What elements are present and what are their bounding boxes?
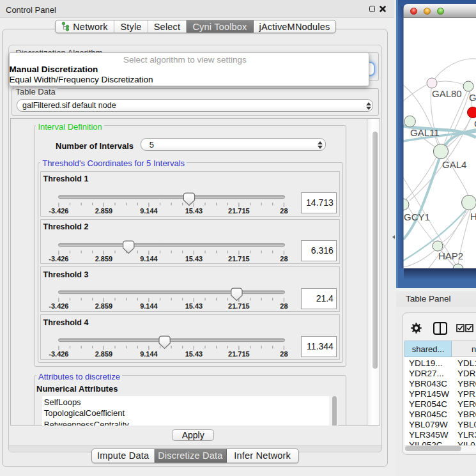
- svg-text:H: H: [470, 211, 476, 222]
- svg-text:28: 28: [280, 350, 288, 358]
- svg-text:21.715: 21.715: [228, 254, 250, 262]
- svg-text:-3.426: -3.426: [49, 254, 68, 262]
- svg-text:15.43: 15.43: [185, 350, 203, 358]
- svg-text:GCY1: GCY1: [404, 211, 430, 222]
- svg-text:21.715: 21.715: [228, 302, 250, 310]
- svg-text:9.144: 9.144: [140, 254, 158, 262]
- svg-text:-3.426: -3.426: [49, 350, 68, 358]
- svg-text:-3.426: -3.426: [49, 206, 68, 214]
- svg-text:2.859: 2.859: [95, 206, 113, 214]
- svg-text:2.859: 2.859: [95, 350, 113, 358]
- svg-text:HAP2: HAP2: [438, 250, 463, 261]
- svg-text:15.43: 15.43: [185, 206, 203, 214]
- svg-text:2.859: 2.859: [95, 302, 113, 310]
- svg-text:21.715: 21.715: [228, 206, 250, 214]
- svg-text:28: 28: [280, 206, 288, 214]
- svg-text:9.144: 9.144: [140, 302, 158, 310]
- svg-text:9.144: 9.144: [140, 206, 158, 214]
- svg-text:GA: GA: [469, 92, 476, 103]
- svg-text:9.144: 9.144: [140, 350, 158, 358]
- svg-text:GAL11: GAL11: [410, 127, 440, 138]
- svg-text:GAL4: GAL4: [442, 159, 466, 170]
- svg-text:28: 28: [280, 254, 288, 262]
- svg-text:-3.426: -3.426: [49, 302, 68, 310]
- svg-text:28: 28: [280, 302, 288, 310]
- svg-text:GAL80: GAL80: [432, 88, 462, 99]
- svg-text:15.43: 15.43: [185, 302, 203, 310]
- svg-text:2.859: 2.859: [95, 254, 113, 262]
- svg-text:15.43: 15.43: [185, 254, 203, 262]
- svg-text:21.715: 21.715: [228, 350, 250, 358]
